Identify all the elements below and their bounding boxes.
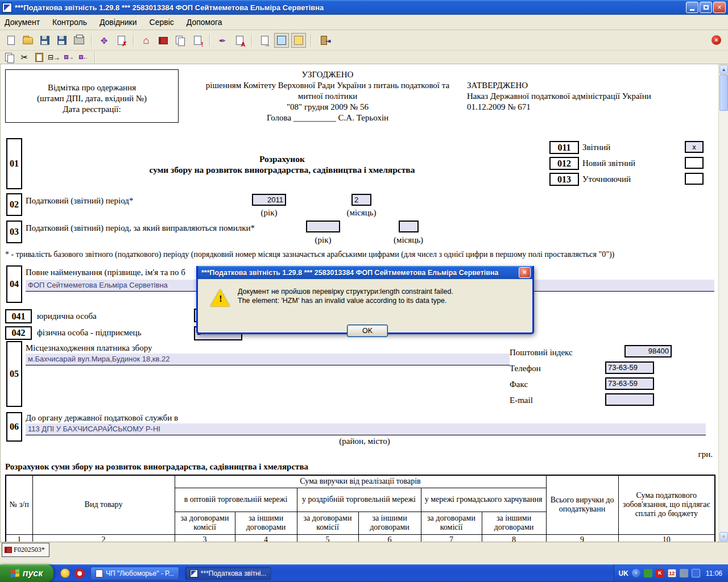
tray-icon-display[interactable] — [692, 569, 700, 577]
remove-node-button[interactable]: ← — [77, 52, 90, 63]
document-a-button[interactable]: A — [232, 33, 247, 48]
print-button[interactable] — [72, 33, 86, 48]
email-label: E-mail — [510, 396, 533, 405]
vertical-scrollbar[interactable]: ▲ ▼ — [718, 64, 728, 542]
quick-launch-icon-1[interactable] — [60, 568, 70, 578]
tray-icon-network[interactable] — [680, 569, 688, 577]
agreed-block: УЗГОДЖЕНО рішенням Комітету Верховної Ра… — [188, 69, 467, 123]
menu-control[interactable]: Контроль — [52, 18, 87, 27]
error-dialog: ***Податкова звітність 1.29.8 *** 258301… — [196, 266, 534, 334]
quick-launch-icon-2[interactable] — [75, 568, 85, 579]
ok-button[interactable]: OK — [347, 325, 388, 337]
close-icon: × — [717, 3, 721, 11]
hide-icons-chevron[interactable]: ‹ — [632, 569, 640, 577]
tree-export-button[interactable]: ⊟→ — [48, 52, 60, 63]
col-number: 7 — [421, 534, 482, 542]
tray-icon-green[interactable] — [644, 569, 652, 577]
toolbar-close-button[interactable]: × — [712, 35, 721, 45]
row013-checkbox[interactable] — [685, 173, 704, 185]
tray-icon-antivirus[interactable]: K — [656, 569, 664, 577]
language-indicator[interactable]: UK — [619, 569, 628, 577]
phone-input[interactable]: 73-63-59 — [605, 361, 654, 374]
toolbar-separator — [91, 34, 92, 47]
export-document-icon: → — [261, 36, 268, 45]
scroll-up-button[interactable]: ▲ — [719, 65, 728, 74]
application-window: ***Податкова звітність 1.29.8 *** 258301… — [0, 0, 728, 582]
row02-label: Податковий (звітний) період* — [26, 196, 133, 206]
new-document-button[interactable] — [3, 33, 18, 48]
footnote: * - тривалість базового звітного (податк… — [5, 250, 716, 259]
home-button[interactable]: ⌂ — [139, 33, 154, 48]
edit-note-button[interactable] — [274, 33, 289, 48]
sign-button[interactable]: ✒ — [215, 33, 230, 48]
scroll-down-button[interactable]: ▼ — [719, 532, 728, 541]
taskbar-task-2[interactable]: ***Податкова звітні... — [185, 567, 272, 580]
exit-button[interactable]: ⇥ — [316, 33, 331, 48]
row06-value[interactable]: 113 ДПІ У БАХЧИСАРАЙСЬКОМУ Р-НІ — [26, 423, 706, 435]
scissors-icon: ✂ — [21, 53, 28, 61]
tree-export-icon: ⊟→ — [48, 54, 60, 61]
toolbar-separator — [133, 34, 134, 47]
row012-code: 012 — [549, 157, 579, 170]
paste-button[interactable] — [33, 52, 46, 63]
document-warning-button[interactable]: ! — [190, 33, 205, 48]
taskbar-task-1[interactable]: ЧП "Любоморье" - Р... — [90, 567, 179, 580]
row06-label: До органу державної податкової служби в — [26, 413, 178, 423]
row05-value[interactable]: м.Бахчисарай вул.Мира,Будинок 18,кв.22 — [26, 354, 510, 365]
col-tax-header: Сума податкового зобов'язання, що підляг… — [618, 475, 715, 534]
yellow-note-button[interactable] — [291, 33, 306, 48]
windows-flag-icon — [11, 569, 20, 578]
scrollbar-thumb[interactable] — [719, 74, 728, 111]
save-button[interactable] — [38, 33, 52, 48]
registry-button[interactable] — [156, 33, 171, 48]
document-tab[interactable]: F0202503* — [2, 543, 49, 557]
copy-documents-icon — [176, 36, 185, 45]
start-button[interactable]: пуск — [0, 564, 53, 582]
close-button[interactable]: × — [713, 2, 726, 13]
row02-year-input[interactable]: 2011 — [252, 194, 286, 206]
agreed-line3: "08" грудня 2009 № 56 — [188, 102, 467, 113]
open-button[interactable] — [20, 33, 35, 48]
copy-button[interactable] — [3, 52, 16, 63]
dialog-close-button[interactable]: × — [519, 267, 531, 278]
postal-input[interactable]: 98400 — [624, 345, 672, 357]
tray-icon-calendar[interactable]: 12 — [668, 569, 676, 577]
row03-year-hint: (рік) — [306, 235, 340, 245]
row03-month-input[interactable] — [399, 221, 419, 232]
save-all-button[interactable] — [55, 33, 69, 48]
sub-header: за договорами комісії — [421, 512, 482, 534]
email-input[interactable] — [605, 393, 654, 406]
remove-node-icon — [79, 55, 83, 59]
menu-document[interactable]: Документ — [5, 18, 40, 27]
postal-label: Поштовий індекс — [510, 348, 573, 357]
minimize-icon — [690, 9, 694, 11]
row01-code: 01 — [6, 138, 22, 189]
quill-icon: ✒ — [219, 36, 226, 45]
add-node-button[interactable]: → — [63, 52, 75, 63]
row02-month-input[interactable]: 2 — [351, 194, 371, 206]
dialog-message: Документ не пройшов перевірку структури:… — [238, 287, 453, 305]
document-warning-icon: ! — [194, 36, 201, 45]
approved-line2: 01.12.2009 № 671 — [467, 102, 706, 113]
agreed-title: УЗГОДЖЕНО — [188, 69, 467, 80]
fax-input[interactable]: 73-63-59 — [605, 377, 654, 390]
row011-checkbox[interactable]: x — [685, 141, 704, 153]
minimize-button[interactable] — [686, 2, 698, 13]
sub-header: за іншими договорами — [358, 512, 421, 534]
check-document-icon: ✗ — [118, 36, 125, 45]
export-document-button[interactable]: → — [257, 33, 272, 48]
import-export-button[interactable]: ✥ — [97, 33, 111, 48]
task2-icon — [190, 569, 198, 577]
menu-service[interactable]: Сервіс — [150, 18, 174, 27]
receipt-box: Відмітка про одержання (штамп ДПІ, дата,… — [5, 69, 179, 123]
row03-year-input[interactable] — [306, 221, 340, 232]
copy-documents-button[interactable] — [173, 33, 188, 48]
check-document-button[interactable]: ✗ — [114, 33, 129, 48]
restore-button[interactable] — [700, 2, 712, 13]
menu-help[interactable]: Допомога — [187, 18, 222, 27]
menu-directories[interactable]: Довідники — [100, 18, 137, 27]
document-tab-strip: F0202503* — [0, 542, 728, 564]
cut-button[interactable]: ✂ — [18, 52, 31, 63]
red-book-icon — [159, 37, 168, 44]
row012-checkbox[interactable] — [685, 157, 704, 169]
